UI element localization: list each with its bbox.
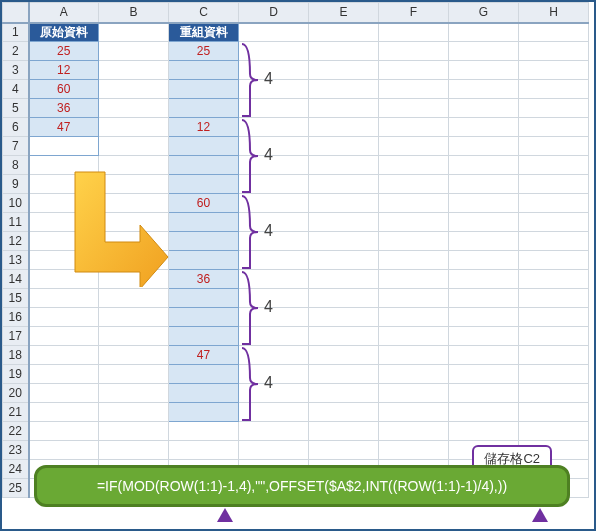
cell-H16[interactable] [519, 308, 589, 327]
cell-A22[interactable] [29, 422, 99, 441]
cell-D18[interactable] [239, 346, 309, 365]
cell-C6[interactable]: 12 [169, 118, 239, 137]
cell-A9[interactable] [29, 175, 99, 194]
cell-A14[interactable] [29, 270, 99, 289]
cell-D3[interactable] [239, 61, 309, 80]
cell-G11[interactable] [449, 213, 519, 232]
cell-G7[interactable] [449, 137, 519, 156]
cell-A5[interactable]: 36 [29, 99, 99, 118]
row-header[interactable]: 13 [3, 251, 29, 270]
row-header[interactable]: 15 [3, 289, 29, 308]
cell-D9[interactable] [239, 175, 309, 194]
cell-A1[interactable]: 原始資料 [29, 23, 99, 42]
cell-H7[interactable] [519, 137, 589, 156]
cell-C8[interactable] [169, 156, 239, 175]
cell-G21[interactable] [449, 403, 519, 422]
cell-H2[interactable] [519, 42, 589, 61]
col-header-D[interactable]: D [239, 3, 309, 23]
cell-E19[interactable] [309, 365, 379, 384]
cell-C1[interactable]: 重組資料 [169, 23, 239, 42]
cell-B13[interactable] [99, 251, 169, 270]
cell-H13[interactable] [519, 251, 589, 270]
col-header-G[interactable]: G [449, 3, 519, 23]
row-header[interactable]: 10 [3, 194, 29, 213]
row-header[interactable]: 24 [3, 460, 29, 479]
cell-C7[interactable] [169, 137, 239, 156]
cell-C20[interactable] [169, 384, 239, 403]
cell-F12[interactable] [379, 232, 449, 251]
cell-A20[interactable] [29, 384, 99, 403]
cell-D22[interactable] [239, 422, 309, 441]
cell-E4[interactable] [309, 80, 379, 99]
cell-H4[interactable] [519, 80, 589, 99]
cell-B5[interactable] [99, 99, 169, 118]
cell-H20[interactable] [519, 384, 589, 403]
cell-C15[interactable] [169, 289, 239, 308]
cell-G4[interactable] [449, 80, 519, 99]
cell-E23[interactable] [309, 441, 379, 460]
col-header-H[interactable]: H [519, 3, 589, 23]
cell-E22[interactable] [309, 422, 379, 441]
cell-C12[interactable] [169, 232, 239, 251]
row-header[interactable]: 19 [3, 365, 29, 384]
cell-D23[interactable] [239, 441, 309, 460]
cell-G2[interactable] [449, 42, 519, 61]
cell-F5[interactable] [379, 99, 449, 118]
row-header[interactable]: 12 [3, 232, 29, 251]
row-header[interactable]: 8 [3, 156, 29, 175]
cell-E7[interactable] [309, 137, 379, 156]
cell-D1[interactable] [239, 23, 309, 42]
cell-H21[interactable] [519, 403, 589, 422]
cell-G1[interactable] [449, 23, 519, 42]
cell-E11[interactable] [309, 213, 379, 232]
cell-E1[interactable] [309, 23, 379, 42]
cell-H1[interactable] [519, 23, 589, 42]
cell-E16[interactable] [309, 308, 379, 327]
cell-A6[interactable]: 47 [29, 118, 99, 137]
col-header-B[interactable]: B [99, 3, 169, 23]
col-header-C[interactable]: C [169, 3, 239, 23]
cell-H22[interactable] [519, 422, 589, 441]
cell-C5[interactable] [169, 99, 239, 118]
cell-B7[interactable] [99, 137, 169, 156]
cell-A15[interactable] [29, 289, 99, 308]
row-header[interactable]: 9 [3, 175, 29, 194]
cell-E6[interactable] [309, 118, 379, 137]
cell-F19[interactable] [379, 365, 449, 384]
cell-H12[interactable] [519, 232, 589, 251]
row-header[interactable]: 2 [3, 42, 29, 61]
cell-G6[interactable] [449, 118, 519, 137]
cell-D20[interactable] [239, 384, 309, 403]
cell-G22[interactable] [449, 422, 519, 441]
cell-D12[interactable] [239, 232, 309, 251]
cell-C14[interactable]: 36 [169, 270, 239, 289]
cell-H15[interactable] [519, 289, 589, 308]
cell-H3[interactable] [519, 61, 589, 80]
cell-E3[interactable] [309, 61, 379, 80]
cell-C18[interactable]: 47 [169, 346, 239, 365]
cell-B18[interactable] [99, 346, 169, 365]
cell-G17[interactable] [449, 327, 519, 346]
row-header[interactable]: 18 [3, 346, 29, 365]
row-header[interactable]: 6 [3, 118, 29, 137]
cell-D13[interactable] [239, 251, 309, 270]
cell-C2[interactable]: 25 [169, 42, 239, 61]
row-header[interactable]: 14 [3, 270, 29, 289]
cell-B9[interactable] [99, 175, 169, 194]
cell-H5[interactable] [519, 99, 589, 118]
cell-B16[interactable] [99, 308, 169, 327]
cell-E15[interactable] [309, 289, 379, 308]
cell-F4[interactable] [379, 80, 449, 99]
cell-B8[interactable] [99, 156, 169, 175]
cell-B23[interactable] [99, 441, 169, 460]
cell-A3[interactable]: 12 [29, 61, 99, 80]
cell-F3[interactable] [379, 61, 449, 80]
cell-F16[interactable] [379, 308, 449, 327]
row-header[interactable]: 21 [3, 403, 29, 422]
row-header[interactable]: 25 [3, 479, 29, 498]
cell-A7[interactable] [29, 137, 99, 156]
cell-B14[interactable] [99, 270, 169, 289]
row-header[interactable]: 20 [3, 384, 29, 403]
cell-G9[interactable] [449, 175, 519, 194]
cell-F17[interactable] [379, 327, 449, 346]
